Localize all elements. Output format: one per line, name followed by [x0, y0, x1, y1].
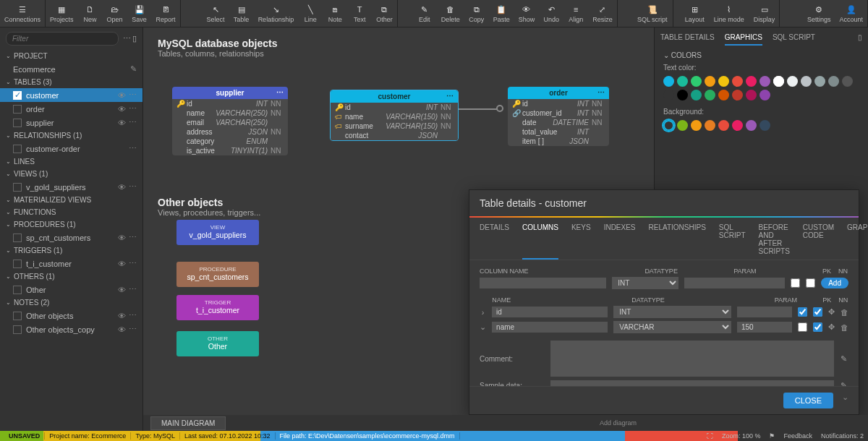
status-notifications[interactable]: Notifications: 2 — [821, 432, 864, 440]
chevron-down-icon[interactable]: ⌄ — [480, 322, 486, 332]
relationship-node[interactable] — [496, 105, 503, 112]
comment-textarea[interactable] — [550, 341, 834, 377]
resize-button[interactable]: ⤢Resize — [588, 0, 617, 27]
status-feedback[interactable]: Feedback — [783, 432, 812, 440]
table-supplier[interactable]: supplier⋯ 🔑idINTNNnameVARCHAR(250)NNemai… — [172, 87, 288, 155]
color-swatch[interactable] — [787, 76, 798, 87]
dots-icon[interactable]: ⋯ — [123, 34, 131, 43]
column-datatype-select[interactable]: INT — [613, 306, 731, 318]
pencil-icon[interactable]: ✎ — [838, 354, 848, 364]
table-column-row[interactable]: categoryENUM — [172, 137, 288, 146]
tree-tables[interactable]: ⌄TABLES (3) — [0, 76, 142, 88]
dots-icon[interactable]: ⋯ — [129, 182, 137, 192]
tree-views[interactable]: ⌄VIEWS (1) — [0, 168, 142, 180]
nn-checkbox[interactable] — [813, 322, 822, 332]
dots-icon[interactable]: ⋯ — [446, 92, 454, 100]
settings-button[interactable]: ⚙Settings — [803, 0, 835, 27]
canvas[interactable]: MySQL database objectsTables, columns, r… — [143, 27, 868, 431]
line-button[interactable]: ╲Line — [298, 0, 323, 27]
color-swatch[interactable] — [746, 76, 757, 87]
table-column-row[interactable]: total_valueINT — [508, 127, 609, 137]
column-param-input[interactable] — [737, 322, 792, 333]
relationship-line[interactable] — [459, 108, 502, 110]
card-procedure[interactable]: PROCEDUREsp_cnt_customers — [176, 262, 259, 287]
close-button[interactable]: CLOSE — [783, 393, 833, 408]
chevron-right-icon[interactable]: › — [480, 308, 486, 317]
table-column-row[interactable]: item [ ]JSON — [508, 137, 609, 146]
mtab-sqlscript[interactable]: SQL SCRIPT — [719, 223, 746, 260]
delete-button[interactable]: 🗑Delete — [437, 0, 464, 27]
rtab-graphics[interactable]: GRAPHICS — [725, 33, 762, 46]
sidebar-item-customer[interactable]: ✓customer👁⋯ — [0, 88, 142, 102]
table-customer[interactable]: customer⋯ 🔑idINTNN🏷nameVARCHAR(150)NN🏷su… — [330, 90, 459, 141]
table-column-row[interactable]: dateDATETIMENN — [508, 118, 609, 127]
text-button[interactable]: TText — [347, 0, 372, 27]
dots-icon[interactable]: ⋯ — [129, 90, 137, 100]
card-other[interactable]: OTHEROther — [176, 331, 259, 356]
color-swatch[interactable] — [663, 120, 674, 131]
sidebar-item-trigger[interactable]: t_i_customer👁⋯ — [0, 257, 142, 270]
table-column-row[interactable]: nameVARCHAR(250)NN — [172, 108, 288, 118]
column-name-input[interactable] — [492, 322, 608, 333]
tree-notes[interactable]: ⌄NOTES (2) — [0, 296, 142, 309]
mtab-indexes[interactable]: INDEXES — [604, 223, 636, 260]
add-diagram-button[interactable]: Add diagram — [600, 419, 637, 427]
new-column-datatype-select[interactable]: INT — [612, 277, 678, 289]
sidebar-item-order[interactable]: order👁⋯ — [0, 102, 142, 116]
tree-procs[interactable]: ⌄PROCEDURES (1) — [0, 218, 142, 231]
account-button[interactable]: 👤Account — [835, 0, 867, 27]
move-icon[interactable]: ✥ — [828, 322, 835, 332]
tree-lines[interactable]: ⌄LINES — [0, 155, 142, 168]
mtab-columns[interactable]: COLUMNS — [522, 223, 558, 260]
tree-relationships[interactable]: ⌄RELATIONSHIPS (1) — [0, 129, 142, 142]
table-column-row[interactable]: is_activeTINYINT(1)NN — [172, 146, 288, 155]
dots-icon[interactable]: ⋯ — [129, 311, 137, 320]
dots-icon[interactable]: ⋯ — [129, 104, 137, 114]
show-button[interactable]: 👁Show — [514, 0, 540, 27]
card-view[interactable]: VIEWv_gold_suppliers — [176, 220, 259, 245]
color-swatch[interactable] — [732, 76, 743, 87]
fullscreen-icon[interactable]: ⛶ — [707, 432, 713, 440]
status-zoom[interactable]: Zoom: 100 % — [722, 432, 761, 440]
color-swatch[interactable] — [760, 120, 770, 131]
eye-icon[interactable]: 👁 — [118, 260, 126, 268]
table-column-row[interactable]: 🔗customer_idINTNN — [508, 108, 609, 118]
tree-triggers[interactable]: ⌄TRIGGERS (1) — [0, 244, 142, 257]
rtab-table-details[interactable]: TABLE DETAILS — [660, 33, 715, 46]
dots-icon[interactable]: ⋯ — [129, 118, 137, 127]
mtab-keys[interactable]: KEYS — [571, 223, 591, 260]
filter-input[interactable] — [6, 32, 119, 46]
color-swatch[interactable] — [842, 76, 853, 87]
column-param-input[interactable] — [737, 307, 792, 317]
sample-data-input[interactable] — [550, 380, 834, 386]
other-button[interactable]: ⧉Other — [372, 0, 397, 27]
dots-icon[interactable]: ⋯ — [129, 233, 137, 242]
rtab-sqlscript[interactable]: SQL SCRIPT — [773, 33, 815, 46]
new-column-name-input[interactable] — [480, 278, 606, 288]
column-datatype-select[interactable]: VARCHAR — [613, 321, 731, 333]
column-name-input[interactable] — [492, 307, 608, 317]
table-column-row[interactable]: contactJSON — [331, 131, 458, 140]
table-column-row[interactable]: 🔑idINTNN — [331, 103, 458, 112]
eye-icon[interactable]: 👁 — [118, 119, 126, 127]
table-column-row[interactable]: emailVARCHAR(250) — [172, 118, 288, 127]
table-column-row[interactable]: 🏷nameVARCHAR(150)NN — [331, 112, 458, 121]
color-swatch[interactable] — [663, 76, 674, 87]
color-swatch[interactable] — [663, 90, 674, 100]
color-swatch[interactable] — [760, 90, 770, 100]
color-swatch[interactable] — [773, 76, 784, 87]
mtab-graphics[interactable]: GRAPHICS — [847, 223, 868, 260]
table-column-row[interactable]: 🔑idINTNN — [508, 99, 609, 108]
sidebar-item-project[interactable]: Ecommerce✎ — [0, 62, 142, 76]
eye-icon[interactable]: 👁 — [118, 312, 126, 320]
eye-icon[interactable]: 👁 — [118, 325, 126, 334]
relationship-button[interactable]: ↘Relationship — [254, 0, 299, 27]
mtab-custom[interactable]: CUSTOM CODE — [803, 223, 834, 260]
table-button[interactable]: ▤Table — [229, 0, 254, 27]
card-trigger[interactable]: TRIGGERt_i_customer — [176, 295, 259, 320]
nn-checkbox[interactable] — [813, 307, 822, 317]
color-swatch[interactable] — [760, 76, 770, 87]
mtab-bas[interactable]: BEFORE AND AFTER SCRIPTS — [759, 223, 790, 260]
layout-button[interactable]: ⊞Layout — [681, 0, 709, 27]
pencil-icon[interactable]: ✎ — [838, 381, 848, 386]
